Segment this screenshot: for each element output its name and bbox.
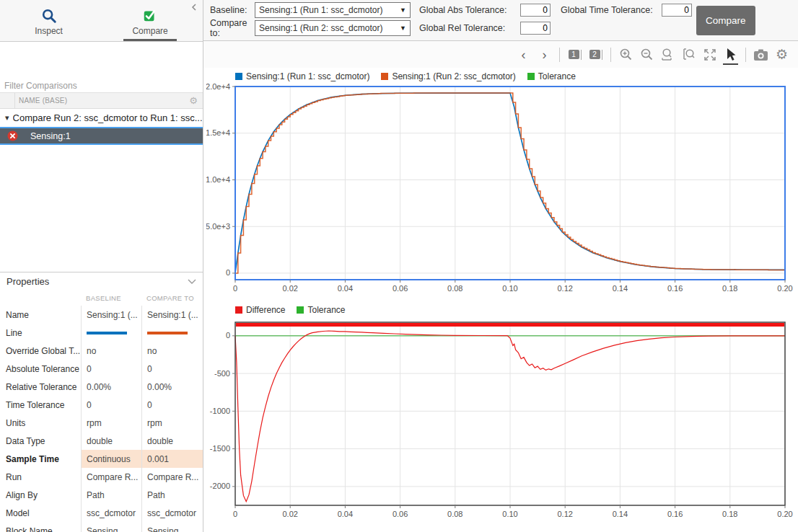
global-rel-tolerance-label: Global Rel Tolerance: (419, 23, 520, 33)
y-tick-label: 1.5e+4 (206, 128, 230, 137)
baseline-label: Baseline: (210, 5, 255, 15)
property-compare-value: rpm (141, 414, 203, 432)
pointer-tool-button[interactable] (720, 45, 741, 64)
active-tab-indicator (123, 39, 176, 41)
right-panel: Baseline: Sensing:1 (Run 1: ssc_dcmotor)… (203, 0, 798, 532)
zoom-x-icon (661, 48, 675, 62)
y-tick-label: 2.0e+4 (206, 84, 230, 91)
legend-item: Sensing:1 (Run 1: ssc_dcmotor) (235, 71, 369, 81)
legend-swatch (235, 306, 242, 314)
zoom-out-button[interactable] (636, 45, 657, 64)
property-baseline-value: ssc_dcmotor (81, 504, 141, 522)
tab-compare[interactable]: Compare (122, 3, 177, 41)
comparison-group-label: Compare Run 2: ssc_dcmotor to Run 1: ssc… (13, 112, 203, 123)
gear-icon: ⚙ (776, 48, 788, 61)
compare-button[interactable]: Compare (696, 6, 755, 35)
compare-to-select[interactable]: Sensing:1 (Run 2: ssc_dcmotor) ▼ (255, 20, 411, 36)
x-tick-label: 0.12 (557, 284, 572, 293)
property-baseline-value: no (81, 342, 141, 360)
out-of-tolerance-status-icon (7, 130, 18, 141)
property-compare-value: Sensing:1 (... (141, 306, 203, 324)
properties-header[interactable]: Properties (0, 272, 203, 291)
difference-plot[interactable]: 00.020.040.060.080.100.120.140.160.180.2… (206, 317, 797, 525)
next-view-button[interactable]: › (534, 45, 555, 64)
chevron-left-icon: ‹ (522, 48, 526, 61)
compare-line-swatch (147, 332, 188, 334)
legend-item: Sensing:1 (Run 2: ssc_dcmotor) (381, 71, 515, 81)
x-tick-label: 0.14 (613, 284, 628, 293)
x-tick-label: 0.12 (557, 510, 572, 518)
chevron-down-icon: ▼ (400, 6, 406, 14)
property-baseline-value: 0 (81, 360, 141, 378)
zoom-in-y-button[interactable] (678, 45, 699, 64)
property-row-override-global-t-: Override Global T...nono (0, 342, 203, 360)
chevron-down-icon: ▼ (400, 25, 406, 32)
inspect-magnifier-icon (41, 8, 57, 24)
y-tick-label: 5.0e+3 (206, 222, 230, 231)
global-abs-tolerance-label: Global Abs Tolerance: (419, 5, 520, 15)
baseline-select[interactable]: Sensing:1 (Run 1: ssc_dcmotor) ▼ (255, 2, 411, 18)
property-row-relative-tolerance: Relative Tolerance0.00%0.00% (0, 378, 203, 396)
simulation-data-inspector-window: Inspect Compare NAME (BASE) ⚙ ▾ (0, 0, 798, 532)
plot-toolbar: ‹ › 1 2 (203, 41, 798, 68)
caret-down-icon[interactable]: ▾ (5, 113, 9, 123)
x-tick-label: 0.10 (502, 284, 517, 293)
x-tick-label: 0.06 (393, 284, 408, 293)
legend-swatch (297, 306, 304, 314)
property-compare-value: double (141, 432, 203, 450)
zoom-in-button[interactable] (615, 45, 636, 64)
global-time-tolerance-input[interactable] (662, 4, 692, 17)
property-label: Line (0, 328, 81, 338)
property-baseline-value: double (81, 432, 141, 450)
property-row-block-name: Block NameSensingSensing (0, 522, 203, 532)
collapse-panel-icon[interactable] (190, 3, 198, 12)
out-of-tolerance-strip (236, 323, 784, 327)
cursor-line (581, 50, 582, 60)
property-baseline-value: Continuous (81, 450, 141, 468)
property-label: Sample Time (0, 454, 81, 464)
snapshot-button[interactable] (750, 45, 771, 64)
camera-icon (753, 48, 768, 61)
global-abs-tolerance-input[interactable] (520, 4, 551, 17)
property-compare-value: Compare R... (141, 468, 203, 486)
legend-item: Tolerance (527, 71, 576, 81)
difference-chart: DifferenceTolerance 00.020.040.060.080.1… (206, 303, 798, 528)
property-compare-value (141, 324, 203, 342)
properties-panel: Properties BASELINE COMPARE TO NameSensi… (0, 272, 203, 532)
chevron-down-icon (188, 279, 196, 285)
property-row-run: RunCompare R...Compare R... (0, 468, 203, 486)
legend-item: Tolerance (297, 305, 345, 315)
zoom-in-time-button[interactable] (657, 45, 678, 64)
property-label: Time Tolerance (0, 400, 81, 410)
one-cursor-button[interactable]: 1 (564, 45, 585, 64)
cursor-1-icon: 1 (569, 50, 579, 59)
property-baseline-value: 0 (81, 396, 141, 414)
property-compare-value: Path (141, 486, 203, 504)
property-baseline-value: Compare R... (81, 468, 141, 486)
filter-comparisons-input[interactable] (0, 79, 203, 93)
global-rel-tolerance-input[interactable] (520, 22, 551, 35)
property-baseline-value: Sensing:1 (... (81, 306, 141, 324)
y-tick-label: -1000 (210, 407, 230, 415)
column-settings-gear-icon[interactable]: ⚙ (189, 96, 203, 105)
fit-to-view-button[interactable] (699, 45, 720, 64)
tab-inspect[interactable]: Inspect (25, 3, 73, 41)
compare-checkbox-icon (142, 8, 158, 24)
zoom-y-icon (682, 48, 696, 62)
property-compare-value: 0.00% (141, 378, 203, 396)
property-row-align-by: Align ByPathPath (0, 486, 203, 504)
signal-row-sensing1[interactable]: Sensing:1 (0, 127, 203, 145)
property-label: Block Name (0, 526, 81, 532)
property-row-time-tolerance: Time Tolerance00 (0, 396, 203, 414)
previous-view-button[interactable]: ‹ (513, 45, 534, 64)
baseline-select-value: Sensing:1 (Run 1: ssc_dcmotor) (259, 5, 382, 15)
signals-plot[interactable]: 00.020.040.060.080.100.120.140.160.180.2… (206, 84, 797, 297)
x-tick-label: 0.10 (502, 510, 517, 518)
two-cursors-button[interactable]: 2 (585, 45, 606, 64)
settings-button[interactable]: ⚙ (771, 45, 792, 64)
comparison-group-row[interactable]: ▾ Compare Run 2: ssc_dcmotor to Run 1: s… (0, 109, 203, 127)
property-label: Model (0, 508, 81, 518)
property-compare-value: 0.001 (141, 450, 203, 468)
property-label: Units (0, 418, 81, 428)
x-tick-label: 0.20 (777, 510, 792, 518)
